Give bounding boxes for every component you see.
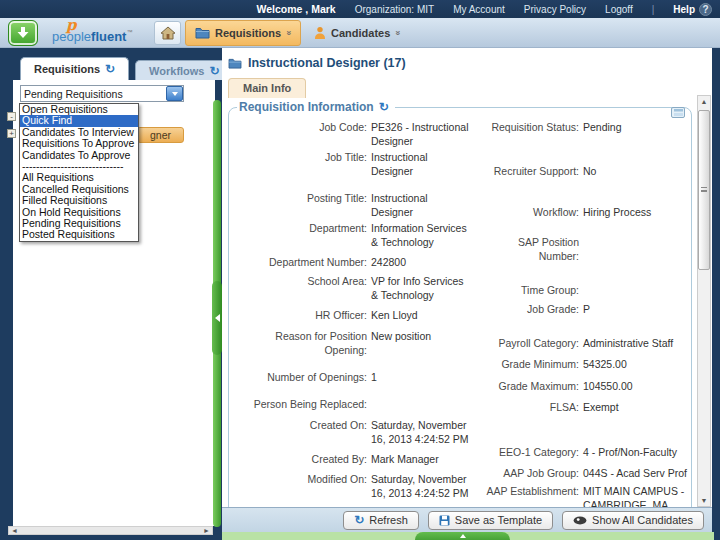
dropdown-option[interactable]: Open Requisitions [20,104,138,115]
help-link[interactable]: Help ? [673,3,712,16]
dropdown-option[interactable]: Cancelled Requisitions [20,184,138,195]
field-label: Number of Openings: [231,370,371,384]
field-value: VP for Info Services & Technology [371,274,471,302]
field-label: Job Title: [231,150,371,178]
field-label: Job Grade: [475,302,583,316]
logoff-link[interactable]: Logoff [605,4,633,15]
home-icon [160,26,176,40]
tree-expander-icon[interactable]: - [7,112,16,121]
dropdown-option-highlighted[interactable]: Quick Find [20,115,138,126]
dropdown-option[interactable]: All Requisitions [20,172,138,183]
main-vertical-scrollbar[interactable]: ▲ ▼ [697,95,711,507]
sidebar-panel: - + gner Pending Requisitions Open Requi… [13,80,215,526]
scroll-up-icon[interactable]: ▲ [698,96,710,107]
tab-workflows[interactable]: Workflows ↻ [135,60,233,80]
download-arrow-icon [16,26,30,40]
field-value: No [583,164,687,178]
field-label: Created By: [231,452,371,466]
organization-text: Organization: MIT [355,4,434,15]
chevron-down-icon [172,92,178,96]
tab-requisitions[interactable]: Requisitions ↻ [20,57,129,80]
select-dropdown-button[interactable] [166,86,183,101]
privacy-policy-link[interactable]: Privacy Policy [524,4,586,15]
field-value: Hiring Process [583,205,687,219]
nav-requisitions-label: Requisitions [215,27,281,39]
tree-expander-icon[interactable]: + [7,129,16,138]
dropdown-option[interactable]: Candidates To Approve [20,150,138,161]
field-value: Pending [583,120,687,134]
app-launcher-button[interactable] [8,20,38,46]
scroll-right-icon[interactable]: ► [201,527,212,534]
scroll-left-icon[interactable]: ◄ [9,527,20,534]
field-label: Department Number: [231,255,371,269]
refresh-icon[interactable]: ↻ [379,102,389,112]
topbar-divider: | [652,4,655,15]
filter-dropdown-list: Open Requisitions Quick Find Candidates … [19,103,139,242]
eye-icon [573,516,587,525]
field-label: Person Being Replaced: [231,397,371,411]
vertical-splitter-handle[interactable] [212,281,222,355]
home-button[interactable] [154,21,181,45]
save-as-template-label: Save as Template [455,514,542,526]
folder-icon [195,27,210,39]
save-as-template-button[interactable]: Save as Template [428,511,553,530]
dropdown-option[interactable]: Filled Requisitions [20,195,138,206]
field-label: FLSA: [475,400,583,414]
refresh-button[interactable]: ↻ Refresh [343,511,419,530]
scrollbar-thumb[interactable] [698,110,710,270]
dropdown-option[interactable]: Requisitions To Approve [20,138,138,149]
horizontal-splitter[interactable] [222,532,714,540]
nav-requisitions-button[interactable]: Requisitions » [185,20,301,46]
field-label: Department: [231,221,371,249]
field-value: 104550.00 [583,379,687,393]
nav-candidates-label: Candidates [331,27,390,39]
fields-column-right: Requisition Status:Pending Recruiter Sup… [475,120,691,507]
collapse-panel-icon[interactable] [671,107,685,118]
save-icon [439,515,450,526]
show-all-candidates-button[interactable]: Show All Candidates [562,511,704,530]
fields-grid: Job Code:PE326 - Instructional Designer … [229,114,691,507]
field-label: Modified On: [231,472,371,500]
field-value: Ken Lloyd [371,308,471,322]
person-icon [314,26,326,40]
toolbar: p peoplefluent™ Requisitions » Can [0,18,720,48]
field-value: PE326 - Instructional Designer [371,120,471,148]
field-label: School Area: [231,274,371,302]
peoplefluent-logo: p peoplefluent™ [52,19,144,47]
sidebar-horizontal-scrollbar[interactable]: ◄ ► [8,526,213,535]
dropdown-option[interactable]: On Hold Requisitions [20,207,138,218]
filter-select-value: Pending Requisitions [21,88,166,100]
field-label: HR Officer: [231,308,371,322]
scroll-down-icon[interactable]: ▼ [698,495,710,506]
tree-node-instructional-designer[interactable]: gner [137,127,184,143]
tab-main-info[interactable]: Main Info [228,78,306,98]
field-value: 242800 [371,255,471,269]
dropdown-option[interactable]: Candidates To Interview [20,127,138,138]
my-account-link[interactable]: My Account [453,4,505,15]
tab-workflows-label: Workflows [149,65,204,77]
field-value: P [583,302,687,316]
tab-requisitions-label: Requisitions [34,63,100,75]
field-label: Time Group: [475,283,583,297]
refresh-icon[interactable]: ↻ [105,64,115,74]
field-value: New position [371,329,471,357]
help-label: Help [673,4,695,15]
footer-bar: ↻ Refresh Save as Template Show All Cand… [222,507,712,532]
logo-people-text: people [52,29,91,44]
refresh-icon[interactable]: ↻ [210,66,220,76]
expand-up-icon [460,534,466,538]
dropdown-separator: ----------------------------- [20,161,138,172]
requisition-filter-select[interactable]: Pending Requisitions [20,85,184,102]
field-label: Reason for Position Opening: [231,329,371,357]
section-title: Requisition Information [239,100,374,114]
field-value: 4 - Prof/Non-Faculty [583,445,687,459]
sidebar-tabs: Requisitions ↻ Workflows ↻ [13,57,234,80]
field-value: Administrative Staff [583,336,687,350]
dropdown-option[interactable]: Pending Requisitions [20,218,138,229]
logo-tm-text: ™ [126,29,132,35]
field-value [583,283,687,297]
dropdown-option[interactable]: Posted Requisitions [20,229,138,240]
refresh-icon: ↻ [354,515,364,525]
nav-candidates-button[interactable]: Candidates » [305,20,409,46]
horizontal-splitter-handle[interactable] [415,532,510,540]
